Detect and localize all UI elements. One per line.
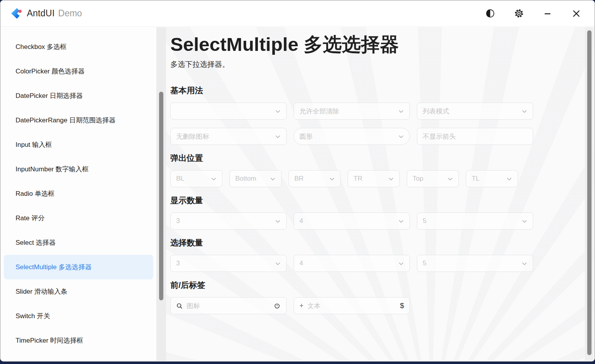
basic-usage-row-1: 允许全部清除 列表模式 xyxy=(170,103,537,120)
main-content: SelectMultiple 多选选择器 多选下拉选择器。 基本用法 允许全部清… xyxy=(166,27,594,361)
chevron-down-icon xyxy=(522,218,527,224)
titlebar: AntdUI Demo xyxy=(0,0,595,27)
select-display-count-3[interactable]: 3 xyxy=(170,212,287,230)
component-nav-sidebar: Checkbox 多选框 ColorPicker 颜色选择器 DatePicke… xyxy=(1,27,156,361)
chevron-down-icon xyxy=(398,108,404,114)
settings-button[interactable] xyxy=(510,5,528,23)
sidebar-scrollbar-thumb[interactable] xyxy=(159,92,163,300)
select-no-arrow[interactable]: 不显示箭头 xyxy=(417,128,533,145)
search-icon xyxy=(176,303,183,309)
app-window: AntdUI Demo Check xyxy=(0,0,595,362)
sidebar-item-colorpicker[interactable]: ColorPicker 颜色选择器 xyxy=(4,59,153,84)
gear-icon xyxy=(514,9,524,18)
sidebar-item-slider[interactable]: Slider 滑动输入条 xyxy=(4,279,153,304)
select-with-text-affix[interactable]: + 文本 $ xyxy=(294,297,410,314)
select-no-delete-icon[interactable]: 无删除图标 xyxy=(170,128,287,145)
select-multiple-basic[interactable] xyxy=(170,103,287,120)
section-header-select-count: 选择数量 xyxy=(170,238,537,248)
select-list-mode[interactable]: 列表模式 xyxy=(417,103,533,120)
chevron-down-icon xyxy=(275,108,281,114)
sidebar-item-checkbox[interactable]: Checkbox 多选框 xyxy=(4,35,153,59)
select-placement-tl[interactable]: TL xyxy=(466,170,518,187)
chevron-down-icon xyxy=(398,218,404,224)
chevron-down-icon xyxy=(275,261,281,266)
sidebar-item-selectmultiple[interactable]: SelectMultiple 多选选择器 xyxy=(4,255,153,279)
section-header-display-count: 显示数量 xyxy=(170,195,537,206)
section-header-basic-usage: 基本用法 xyxy=(170,85,537,96)
select-placement-top[interactable]: Top xyxy=(407,170,459,187)
section-header-affix: 前/后标签 xyxy=(170,280,537,290)
select-placement-bl[interactable]: BL xyxy=(170,170,222,187)
select-display-count-4[interactable]: 4 xyxy=(294,212,410,230)
half-circle-theme-icon xyxy=(486,9,495,18)
chevron-down-icon xyxy=(275,218,281,224)
chevron-down-icon xyxy=(398,261,404,266)
chevron-down-icon xyxy=(275,134,281,139)
select-count-row: 3 4 5 xyxy=(170,255,537,272)
main-scrollbar-thumb[interactable] xyxy=(587,30,592,355)
select-placement-br[interactable]: BR xyxy=(289,170,341,187)
antdui-logo-icon xyxy=(9,6,23,21)
section-header-popup-position: 弹出位置 xyxy=(170,153,537,163)
sidebar-item-timepicker[interactable]: TimePicker 时间选择框 xyxy=(4,328,153,353)
select-max-count-5[interactable]: 5 xyxy=(417,255,533,272)
popup-position-row: BL Bottom BR xyxy=(170,170,537,187)
affix-row: 图标 + 文本 $ xyxy=(170,297,537,314)
select-max-count-4[interactable]: 4 xyxy=(294,255,410,272)
select-round-shape[interactable]: 圆形 xyxy=(294,128,410,145)
select-placement-bottom[interactable]: Bottom xyxy=(229,170,282,187)
minimize-icon xyxy=(543,9,552,18)
minimize-button[interactable] xyxy=(539,5,556,23)
sidebar-item-radio[interactable]: Radio 单选框 xyxy=(4,181,153,206)
chevron-down-icon xyxy=(329,176,335,182)
page-subtitle: 多选下拉选择器。 xyxy=(170,59,537,70)
close-button[interactable] xyxy=(567,5,585,23)
sidebar-item-select[interactable]: Select 选择器 xyxy=(4,230,153,255)
desktop-edge xyxy=(0,362,595,364)
sidebar-item-datepickerrange[interactable]: DatePickerRange 日期范围选择器 xyxy=(4,108,153,132)
page-title: SelectMultiple 多选选择器 xyxy=(170,33,537,56)
power-icon xyxy=(273,302,281,310)
theme-toggle-button[interactable] xyxy=(481,5,499,23)
select-allow-clear[interactable]: 允许全部清除 xyxy=(294,103,410,120)
chevron-down-icon xyxy=(447,176,453,182)
basic-usage-row-2: 无删除图标 圆形 不显示箭头 xyxy=(170,128,537,145)
app-title: AntdUI xyxy=(27,8,55,19)
chevron-down-icon xyxy=(398,134,404,139)
chevron-down-icon xyxy=(506,176,512,182)
display-count-row: 3 4 5 xyxy=(170,212,537,230)
sidebar-item-datepicker[interactable]: DatePicker 日期选择器 xyxy=(4,84,153,108)
sidebar-scrollbar-track[interactable] xyxy=(156,27,166,361)
chevron-down-icon xyxy=(270,176,276,182)
sidebar-item-inputnumber[interactable]: InputNumber 数字输入框 xyxy=(4,157,153,181)
sidebar-item-switch[interactable]: Switch 开关 xyxy=(4,304,153,328)
close-icon xyxy=(572,9,581,18)
select-with-icon-affix[interactable]: 图标 xyxy=(170,297,287,314)
app-mode-label: Demo xyxy=(58,8,82,19)
dollar-suffix-label: $ xyxy=(400,301,404,310)
select-max-count-3[interactable]: 3 xyxy=(170,255,287,272)
select-placement-tr[interactable]: TR xyxy=(348,170,400,187)
plus-prefix-label: + xyxy=(299,302,304,310)
chevron-down-icon xyxy=(522,261,527,266)
select-display-count-5[interactable]: 5 xyxy=(417,212,533,230)
chevron-down-icon xyxy=(522,108,527,114)
chevron-down-icon xyxy=(211,176,217,182)
main-scrollbar-track[interactable] xyxy=(585,27,593,361)
chevron-down-icon xyxy=(388,176,394,182)
sidebar-item-input[interactable]: Input 输入框 xyxy=(4,132,153,157)
sidebar-item-rate[interactable]: Rate 评分 xyxy=(4,206,153,230)
